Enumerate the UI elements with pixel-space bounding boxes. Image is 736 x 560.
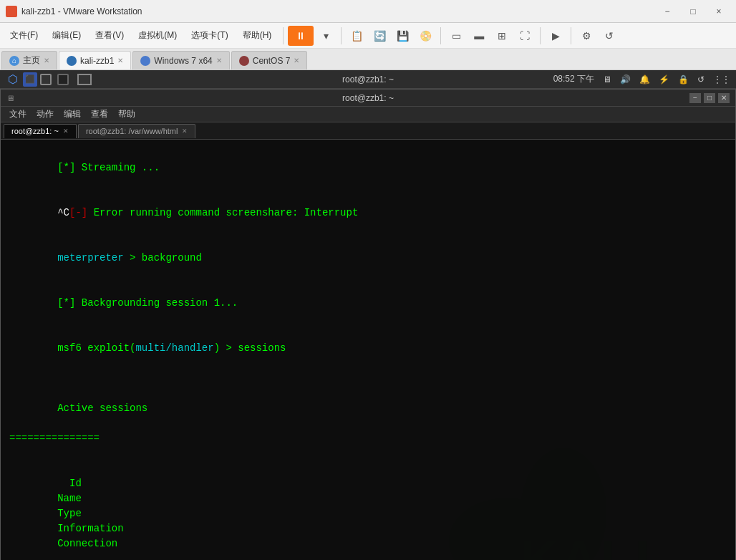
view3-btn[interactable]: ⊞	[491, 26, 513, 46]
menu-tabs[interactable]: 选项卡(T)	[184, 26, 235, 44]
vm-icon3	[40, 74, 52, 85]
snapshot2-btn[interactable]: 💾	[392, 26, 413, 46]
vm-bell-icon: 🔔	[639, 74, 650, 85]
vm-icon2: ⬛	[23, 72, 37, 87]
tab-kali-label: kali-zzb1	[80, 56, 114, 66]
terminal-line-4: [*] Backgrounding session 1...	[9, 281, 727, 326]
term-menu-help[interactable]: 帮助	[114, 107, 140, 122]
toolbar-separator	[283, 27, 284, 44]
toolbar-sep4	[540, 27, 541, 44]
header-name: Name	[57, 493, 93, 504]
tab-kali[interactable]: kali-zzb1 ✕	[59, 51, 131, 69]
tab-win7-label: Windows 7 x64	[154, 56, 212, 66]
term-menu-action[interactable]: 动作	[32, 107, 58, 122]
terminal-blank-2	[9, 446, 727, 461]
snapshot-btn[interactable]: 🔄	[369, 26, 390, 46]
title-bar: kali-zzb1 - VMware Workstation − □ ×	[0, 0, 736, 23]
terminal-line-3: meterpreter > background	[9, 236, 727, 281]
vm-toolbar-right: 08:52 下午 🖥 🔊 🔔 ⚡ 🔒 ↺ ⋮⋮	[553, 73, 730, 85]
tab-home[interactable]: ⌂ 主页 ✕	[1, 51, 57, 69]
tab-home-close[interactable]: ✕	[44, 57, 49, 64]
term-tab-home-close[interactable]: ✕	[63, 127, 69, 135]
menu-view[interactable]: 查看(V)	[88, 26, 131, 44]
tab-kali-close[interactable]: ✕	[117, 57, 123, 64]
app-title: kali-zzb1 - VMware Workstation	[21, 6, 142, 16]
terminal-minimize-btn[interactable]: −	[689, 93, 701, 103]
error-msg: Error running command screenshare: Inter…	[87, 207, 358, 218]
tab-win7[interactable]: Windows 7 x64 ✕	[132, 51, 229, 69]
term-menu-file[interactable]: 文件	[5, 107, 31, 122]
vm-lock-icon: 🔒	[678, 74, 689, 85]
header-id: Id	[57, 478, 93, 489]
tab-bar: ⌂ 主页 ✕ kali-zzb1 ✕ Windows 7 x64 ✕ CentO…	[0, 49, 736, 70]
terminal-tabs: root@zzb1: ~ ✕ root@zzb1: /var/www/html …	[1, 122, 735, 140]
vm-toolbar: ⬡ ⬛ root@zzb1: ~ 08:52 下午 🖥 🔊 🔔 ⚡ 🔒 ↺ ⋮⋮	[0, 70, 736, 89]
menu-vm[interactable]: 虚拟机(M)	[131, 26, 184, 44]
terminal-menubar: 文件 动作 编辑 查看 帮助	[1, 107, 735, 122]
terminal-maximize-btn[interactable]: □	[704, 93, 715, 103]
refresh-btn[interactable]: ↺	[599, 26, 620, 46]
terminal-line-1: [*] Streaming ...	[9, 145, 727, 190]
maximize-button[interactable]: □	[682, 4, 704, 19]
tab-centos-close[interactable]: ✕	[294, 57, 299, 64]
terminal-blank-1	[9, 371, 727, 386]
settings-btn[interactable]: ⚙	[576, 26, 597, 46]
minimize-button[interactable]: −	[656, 4, 679, 19]
term-tab-home[interactable]: root@zzb1: ~ ✕	[4, 124, 77, 138]
term-tab-html[interactable]: root@zzb1: /var/www/html ✕	[78, 124, 196, 138]
vm-monitor-icon: 🖥	[603, 74, 611, 85]
view1-btn[interactable]: ▭	[445, 26, 467, 46]
header-conn: Connection	[57, 538, 117, 549]
vm-refresh-icon: ↺	[697, 74, 704, 85]
backgrounding-msg: [*] Backgrounding session 1...	[57, 297, 238, 309]
terminal-title: root@zzb1: ~	[342, 93, 394, 103]
toolbar: 文件(F) 编辑(E) 查看(V) 虚拟机(M) 选项卡(T) 帮助(H) ⏸ …	[0, 23, 736, 49]
tab-win7-close[interactable]: ✕	[216, 57, 222, 64]
dropdown-btn[interactable]: ▾	[315, 26, 336, 46]
term-tab-html-label: root@zzb1: /var/www/html	[86, 127, 178, 135]
active-sessions-label: Active sessions	[57, 402, 147, 414]
view2-btn[interactable]: ▬	[468, 26, 490, 46]
handler-1: multi/handler	[135, 342, 213, 354]
background-cmd: > background	[124, 252, 202, 264]
snapshot3-btn[interactable]: 📀	[415, 26, 436, 46]
console-btn[interactable]: ▶	[545, 26, 566, 46]
tab-centos[interactable]: CentOS 7 ✕	[231, 51, 308, 69]
fullscreen-btn[interactable]: ⛶	[514, 26, 536, 46]
toolbar-sep3	[440, 27, 441, 44]
vm-title: root@zzb1: ~	[342, 74, 394, 85]
header-info: Information	[57, 523, 208, 534]
title-bar-left: kali-zzb1 - VMware Workstation	[6, 6, 142, 17]
vm-icon4	[57, 74, 69, 85]
vm-icon5	[77, 74, 92, 85]
vm-settings-icon: ⋮⋮	[713, 74, 730, 85]
send-file-btn[interactable]: 📋	[346, 26, 367, 46]
terminal-titlebar: 🖥 root@zzb1: ~ − □ ✕	[1, 90, 735, 107]
kali-tab-icon	[67, 56, 77, 66]
vm-area: ⬡ ⬛ root@zzb1: ~ 08:52 下午 🖥 🔊 🔔 ⚡ 🔒 ↺ ⋮⋮…	[0, 70, 736, 560]
streaming-output: [*] Streaming ...	[57, 162, 160, 173]
close-button[interactable]: ×	[707, 4, 730, 19]
term-tab-html-close[interactable]: ✕	[182, 127, 188, 135]
term-menu-view[interactable]: 查看	[87, 107, 112, 122]
pause-button[interactable]: ⏸	[288, 26, 314, 46]
terminal-close-btn[interactable]: ✕	[718, 93, 730, 103]
centos-tab-icon	[239, 56, 249, 66]
error-bracket: [-]	[69, 207, 87, 218]
menu-help[interactable]: 帮助(H)	[236, 26, 279, 44]
vm-speaker-icon: 🔊	[620, 74, 631, 85]
terminal-header: Id Name Type Information Connection	[9, 461, 727, 560]
vm-icon-row: ⬡ ⬛	[6, 72, 92, 87]
terminal-line-5: msf6 exploit(multi/handler) > sessions	[9, 326, 727, 371]
term-tab-home-label: root@zzb1: ~	[11, 127, 59, 135]
terminal-window: 🖥 root@zzb1: ~ − □ ✕ 文件 动作 编辑 查看 帮助 root…	[0, 89, 736, 560]
menu-edit[interactable]: 编辑(E)	[45, 26, 88, 44]
term-menu-edit[interactable]: 编辑	[59, 107, 85, 122]
terminal-content[interactable]: KALI LINUX [*] Streaming ... ^C[-] Error…	[1, 140, 735, 560]
ctrl-c: ^C	[57, 207, 69, 218]
terminal-active-sessions: Active sessions	[9, 386, 727, 431]
tab-centos-label: CentOS 7	[253, 56, 291, 66]
menu-file[interactable]: 文件(F)	[3, 26, 45, 44]
home-tab-icon: ⌂	[9, 56, 19, 66]
title-bar-controls: − □ ×	[656, 4, 730, 19]
